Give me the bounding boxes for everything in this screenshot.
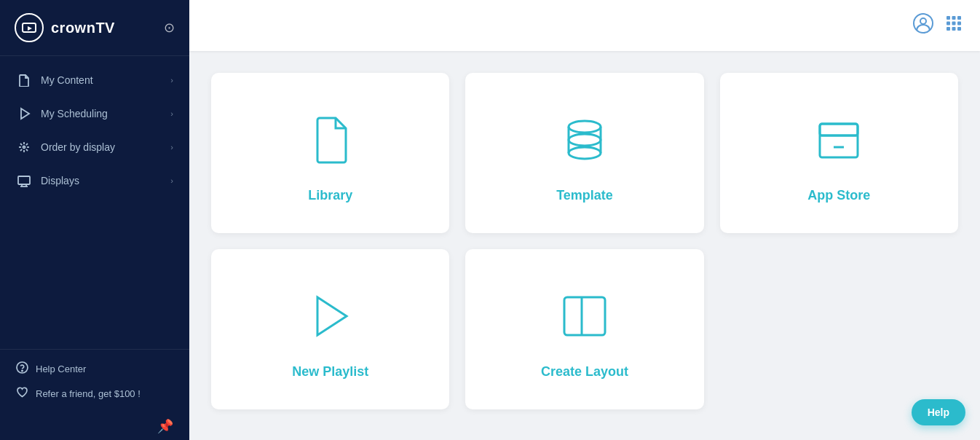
logo-text: crownTV <box>51 20 115 36</box>
topbar <box>189 0 980 51</box>
help-button[interactable]: Help <box>912 399 965 425</box>
svg-marker-1 <box>28 26 32 31</box>
svg-rect-24 <box>952 22 956 25</box>
svg-marker-2 <box>21 109 29 119</box>
svg-point-19 <box>920 18 926 24</box>
library-card[interactable]: Library <box>211 73 449 233</box>
pin-icon: 📌 <box>157 418 173 434</box>
template-icon <box>556 111 614 172</box>
logo-icon <box>15 13 44 42</box>
heart-icon <box>16 386 28 401</box>
help-center-label: Help Center <box>36 364 86 374</box>
order-icon <box>16 141 32 154</box>
refer-item[interactable]: Refer a friend, get $100 ! <box>16 386 173 401</box>
svg-rect-25 <box>957 22 961 25</box>
create-layout-icon <box>556 287 614 348</box>
sidebar-bottom: Help Center Refer a friend, get $100 ! <box>0 349 189 412</box>
content-icon <box>16 74 32 87</box>
sidebar-item-label: Displays <box>41 175 79 186</box>
main-content: Library Template <box>189 0 980 440</box>
sidebar-item-displays[interactable]: Displays › <box>0 164 189 197</box>
chevron-icon: › <box>170 143 173 152</box>
chevron-icon: › <box>170 109 173 118</box>
svg-rect-39 <box>564 297 605 335</box>
svg-rect-35 <box>820 124 858 135</box>
new-playlist-label: New Playlist <box>292 364 368 380</box>
svg-line-11 <box>20 149 22 151</box>
sidebar-item-label: My Content <box>41 74 93 86</box>
new-playlist-icon <box>301 287 360 348</box>
grid-menu-icon[interactable] <box>945 15 963 36</box>
app-store-card[interactable]: App Store <box>720 73 958 233</box>
user-avatar[interactable] <box>913 13 933 38</box>
svg-point-3 <box>23 146 25 149</box>
svg-point-29 <box>569 121 601 133</box>
sidebar-item-my-content[interactable]: My Content › <box>0 63 189 97</box>
svg-point-17 <box>22 370 23 371</box>
cards-row-1: Library Template <box>211 73 958 233</box>
chevron-icon: › <box>170 76 173 85</box>
svg-rect-26 <box>947 27 950 31</box>
help-center-item[interactable]: Help Center <box>16 361 173 376</box>
displays-icon <box>16 174 32 187</box>
library-label: Library <box>308 188 352 203</box>
svg-rect-12 <box>18 176 30 184</box>
help-icon <box>16 361 28 376</box>
svg-rect-28 <box>957 27 961 31</box>
svg-point-30 <box>569 134 601 146</box>
svg-line-9 <box>26 149 28 151</box>
chevron-icon: › <box>170 176 173 185</box>
svg-rect-21 <box>952 16 956 20</box>
svg-marker-38 <box>317 297 347 335</box>
svg-rect-22 <box>957 16 961 20</box>
refer-label: Refer a friend, get $100 ! <box>36 388 141 399</box>
create-layout-label: Create Layout <box>541 364 628 380</box>
pin-area: 📌 <box>0 412 189 440</box>
sidebar-item-my-scheduling[interactable]: My Scheduling › <box>0 97 189 130</box>
svg-rect-23 <box>947 22 950 25</box>
nav-items: My Content › My Scheduling › <box>0 56 189 349</box>
template-label: Template <box>556 188 613 203</box>
svg-rect-27 <box>952 27 956 31</box>
settings-icon[interactable]: ⊙ <box>164 20 175 36</box>
app-store-icon <box>810 111 868 172</box>
svg-rect-20 <box>947 16 950 20</box>
sidebar-item-order-by-display[interactable]: Order by display › <box>0 130 189 164</box>
sidebar-item-label: My Scheduling <box>41 108 108 119</box>
svg-line-10 <box>26 144 28 145</box>
sidebar: crownTV ⊙ My Content › My Scheduling › <box>0 0 189 440</box>
sidebar-item-label: Order by display <box>41 141 115 153</box>
create-layout-card[interactable]: Create Layout <box>465 249 703 409</box>
app-store-label: App Store <box>807 188 870 203</box>
new-playlist-card[interactable]: New Playlist <box>211 249 449 409</box>
library-icon <box>301 111 360 172</box>
template-card[interactable]: Template <box>465 73 703 233</box>
svg-rect-34 <box>820 124 858 157</box>
cards-row-2: New Playlist Create Layout <box>211 249 958 409</box>
content-area: Library Template <box>189 51 980 440</box>
svg-point-31 <box>569 147 601 159</box>
svg-line-8 <box>20 144 22 145</box>
scheduling-icon <box>16 107 32 120</box>
logo-area[interactable]: crownTV ⊙ <box>0 0 189 56</box>
